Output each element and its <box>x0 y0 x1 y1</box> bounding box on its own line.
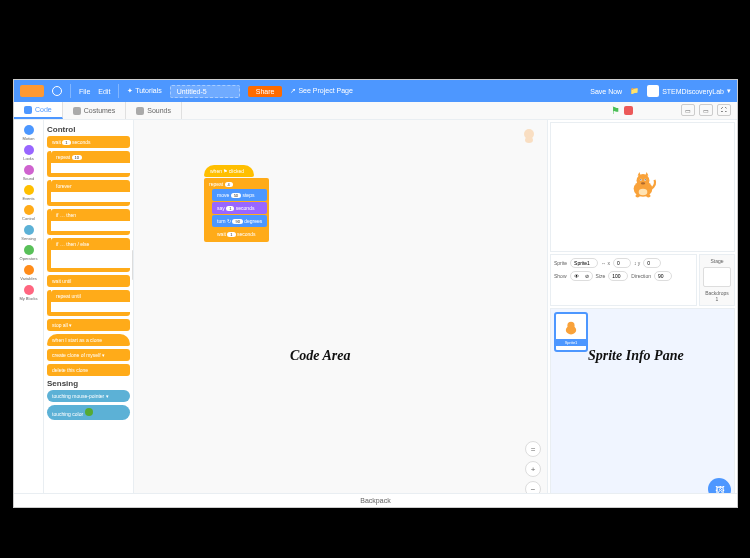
show-visible-button[interactable]: 👁 <box>571 272 582 280</box>
turn-block-instance[interactable]: turn ↻ 90 degrees <box>212 215 267 227</box>
zoom-in-button[interactable]: + <box>525 461 541 477</box>
repeat-block-instance[interactable]: repeat 4 move 50 steps say 1 seconds tur… <box>204 178 269 242</box>
delete-clone-block[interactable]: delete this clone <box>47 364 130 376</box>
zoom-controls: = + − <box>525 441 541 497</box>
backdrops-count: 1 <box>716 296 719 302</box>
category-myblocks[interactable]: My Blocks <box>17 284 41 302</box>
small-stage-button[interactable]: ▭ <box>681 104 695 116</box>
scratch-logo[interactable] <box>20 85 44 97</box>
zoom-reset-button[interactable]: = <box>525 441 541 457</box>
tab-sounds[interactable]: Sounds <box>126 102 182 119</box>
stop-button[interactable] <box>624 106 633 115</box>
code-area[interactable]: when ⚑ clicked repeat 4 move 50 steps sa… <box>134 120 547 507</box>
account-menu[interactable]: STEMDiscoveryLab ▾ <box>647 85 731 97</box>
y-input[interactable] <box>643 258 661 268</box>
svg-point-7 <box>640 179 641 180</box>
sprite-tile-name: Sprite1 <box>556 339 586 346</box>
svg-marker-4 <box>637 172 640 176</box>
sprite-info-pane: Sprite ↔ x ↕ y Show 👁 ⊘ Size <box>550 254 697 306</box>
wait-until-block[interactable]: wait until <box>47 275 130 287</box>
menu-bar: File Edit ✦ Tutorials Share ↗ See Projec… <box>14 80 737 102</box>
svg-point-9 <box>644 179 645 180</box>
globe-icon[interactable] <box>52 86 62 96</box>
category-variables[interactable]: Variables <box>17 264 41 282</box>
tutorials-button[interactable]: ✦ Tutorials <box>127 87 161 95</box>
move-block-instance[interactable]: move 50 steps <box>212 189 267 201</box>
tab-label: Costumes <box>84 107 116 114</box>
category-motion[interactable]: Motion <box>17 124 41 142</box>
category-looks[interactable]: Looks <box>17 144 41 162</box>
size-label: Size <box>596 273 606 279</box>
category-list: Motion Looks Sound Events Control Sensin… <box>14 120 44 507</box>
tab-label: Code <box>35 106 52 113</box>
code-icon <box>24 106 32 114</box>
backpack-toggle[interactable]: Backpack <box>14 493 737 507</box>
direction-label: Direction <box>631 273 651 279</box>
sprite-label: Sprite <box>554 260 567 266</box>
block-palette[interactable]: Control wait 1 seconds repeat 10 forever… <box>44 120 133 507</box>
mystuff-icon[interactable]: 📁 <box>630 87 639 95</box>
svg-point-3 <box>636 174 649 187</box>
sprite-name-input[interactable] <box>570 258 598 268</box>
category-operators[interactable]: Operators <box>17 244 41 262</box>
stop-block[interactable]: stop all ▾ <box>47 319 130 331</box>
wait-block[interactable]: wait 1 seconds <box>47 136 130 148</box>
show-label: Show <box>554 273 567 279</box>
category-control[interactable]: Control <box>17 204 41 222</box>
x-input[interactable] <box>613 258 631 268</box>
svg-point-1 <box>525 137 533 143</box>
file-menu[interactable]: File <box>79 88 90 95</box>
stage-canvas[interactable] <box>550 122 735 252</box>
category-sound[interactable]: Sound <box>17 164 41 182</box>
wait-block-instance[interactable]: wait 1 seconds <box>212 228 267 240</box>
green-flag-button[interactable]: ⚑ <box>611 105 620 116</box>
large-stage-button[interactable]: ▭ <box>699 104 713 116</box>
username-label: STEMDiscoveryLab <box>662 88 724 95</box>
project-title-input[interactable] <box>170 85 240 98</box>
sprite-list: Sprite1 🐱 <box>550 308 735 505</box>
repeat-until-block[interactable]: repeat until <box>47 290 130 316</box>
sprite-tile[interactable]: Sprite1 <box>554 312 588 352</box>
svg-point-12 <box>635 195 639 198</box>
palette-header-control: Control <box>47 125 130 134</box>
sprite-on-stage[interactable] <box>625 169 661 205</box>
divider <box>118 84 119 98</box>
say-block-instance[interactable]: say 1 seconds <box>212 202 267 214</box>
visibility-toggle[interactable]: 👁 ⊘ <box>570 271 593 281</box>
svg-point-13 <box>646 195 650 198</box>
category-sensing[interactable]: Sensing <box>17 224 41 242</box>
create-clone-block[interactable]: create clone of myself ▾ <box>47 349 130 361</box>
if-block[interactable]: if … then <box>47 209 130 235</box>
tab-code[interactable]: Code <box>14 102 63 119</box>
touching-block[interactable]: touching mouse-pointer ▾ <box>47 390 130 402</box>
share-button[interactable]: Share <box>248 86 283 97</box>
show-hidden-button[interactable]: ⊘ <box>582 272 592 280</box>
sounds-icon <box>136 107 144 115</box>
stage-label: Stage <box>710 258 723 264</box>
scrollbar[interactable] <box>132 250 133 280</box>
repeat-block[interactable]: repeat 10 <box>47 151 130 177</box>
divider <box>70 84 71 98</box>
forever-block[interactable]: forever <box>47 180 130 206</box>
tab-row: Code Costumes Sounds ⚑ ▭ ▭ ⛶ <box>14 102 737 120</box>
fullscreen-button[interactable]: ⛶ <box>717 104 731 116</box>
direction-input[interactable] <box>654 271 672 281</box>
edit-menu[interactable]: Edit <box>98 88 110 95</box>
when-clone-block[interactable]: when I start as a clone <box>47 334 130 346</box>
size-input[interactable] <box>608 271 628 281</box>
touching-color-block[interactable]: touching color <box>47 405 130 420</box>
svg-point-15 <box>567 321 574 328</box>
see-project-page-link[interactable]: ↗ See Project Page <box>290 87 352 95</box>
save-now-link[interactable]: Save Now <box>590 88 622 95</box>
costumes-icon <box>73 107 81 115</box>
svg-marker-5 <box>645 172 648 176</box>
if-else-block[interactable]: if … then / else <box>47 238 130 272</box>
sprite-watermark-icon <box>519 126 539 146</box>
stage-thumbnail[interactable] <box>703 267 731 287</box>
when-flag-clicked-block[interactable]: when ⚑ clicked <box>204 165 254 177</box>
tab-costumes[interactable]: Costumes <box>63 102 127 119</box>
script-stack[interactable]: when ⚑ clicked repeat 4 move 50 steps sa… <box>204 165 269 242</box>
main-content: Motion Looks Sound Events Control Sensin… <box>14 120 737 507</box>
tab-label: Sounds <box>147 107 171 114</box>
category-events[interactable]: Events <box>17 184 41 202</box>
